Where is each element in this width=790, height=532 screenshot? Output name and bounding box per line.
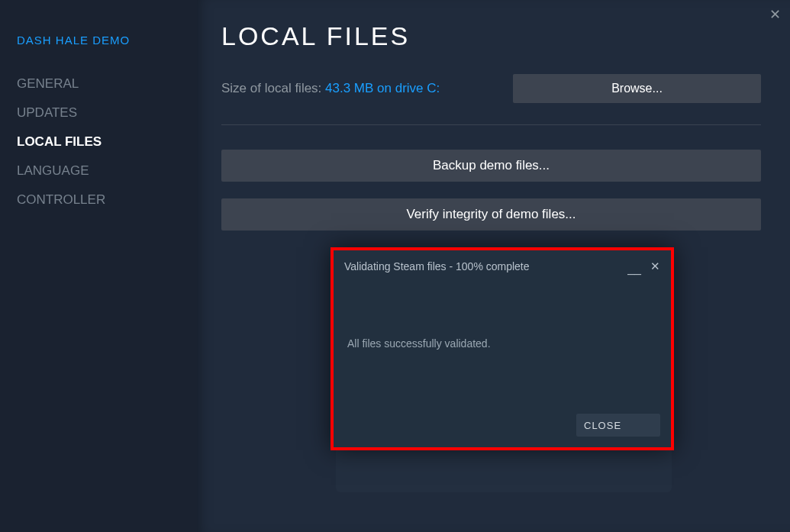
dialog-body: All files successfully validated. <box>344 273 660 414</box>
close-icon[interactable]: ✕ <box>650 260 660 273</box>
sidebar-item-updates[interactable]: UPDATES <box>17 98 197 127</box>
close-icon[interactable]: ✕ <box>769 6 781 23</box>
page-title: LOCAL FILES <box>221 21 761 51</box>
sidebar-item-controller[interactable]: CONTROLLER <box>17 185 197 214</box>
size-label: Size of local files: <box>221 81 325 95</box>
sidebar-item-local-files[interactable]: LOCAL FILES <box>17 127 197 156</box>
divider <box>221 124 761 125</box>
app-root: DASH HALE DEMO GENERAL UPDATES LOCAL FIL… <box>0 0 790 532</box>
verify-button[interactable]: Verify integrity of demo files... <box>221 198 761 231</box>
sidebar-item-general[interactable]: GENERAL <box>17 69 197 98</box>
dialog-footer: CLOSE <box>344 414 660 437</box>
size-text: Size of local files: 43.3 MB on drive C: <box>221 81 440 96</box>
minimize-icon[interactable]: __ <box>627 262 641 276</box>
sidebar: DASH HALE DEMO GENERAL UPDATES LOCAL FIL… <box>0 0 197 532</box>
dialog-title: Validating Steam files - 100% complete <box>344 260 627 272</box>
browse-button[interactable]: Browse... <box>513 74 761 103</box>
sidebar-item-language[interactable]: LANGUAGE <box>17 156 197 185</box>
dialog-header: Validating Steam files - 100% complete _… <box>344 260 660 273</box>
dialog-window-controls: __ ✕ <box>627 260 660 273</box>
size-value[interactable]: 43.3 MB on drive C: <box>325 81 440 95</box>
dialog-close-button[interactable]: CLOSE <box>576 414 660 437</box>
game-title: DASH HALE DEMO <box>17 34 197 47</box>
size-row: Size of local files: 43.3 MB on drive C:… <box>221 74 761 103</box>
backup-button[interactable]: Backup demo files... <box>221 150 761 182</box>
validation-dialog: Validating Steam files - 100% complete _… <box>331 247 674 450</box>
dialog-message: All files successfully validated. <box>347 337 491 350</box>
